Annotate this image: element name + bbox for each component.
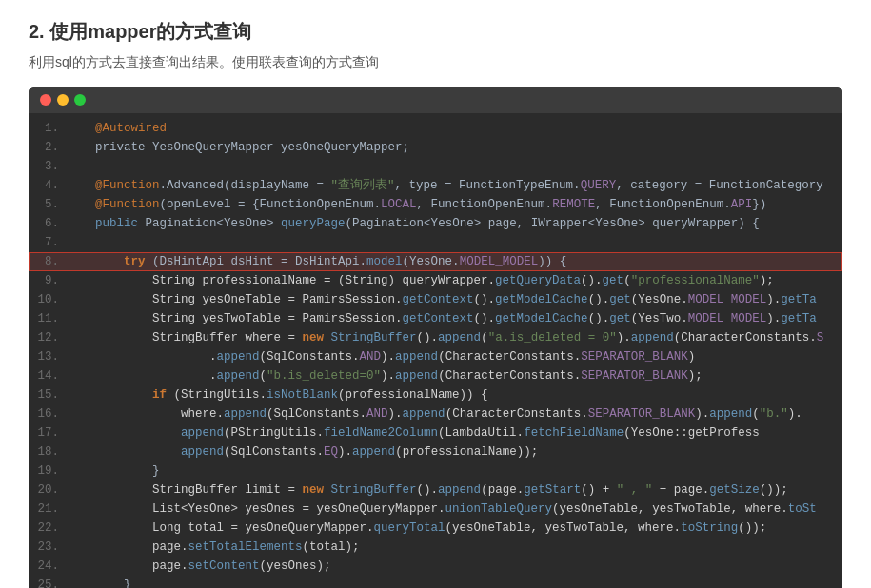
table-row: 14. .append("b.is_deleted=0").append(Cha…	[29, 366, 842, 385]
line-number: 11.	[29, 309, 63, 328]
code-title-bar	[29, 87, 842, 113]
table-row: 10. String yesOneTable = PamirsSession.g…	[29, 290, 842, 309]
dot-red	[40, 94, 51, 106]
line-code: Long total = yesOneQueryMapper.queryTota…	[63, 519, 842, 538]
line-code: String yesOneTable = PamirsSession.getCo…	[63, 290, 842, 309]
line-code: public Pagination<YesOne> queryPage(Pagi…	[63, 214, 842, 233]
line-code: append(PStringUtils.fieldName2Column(Lam…	[63, 423, 842, 442]
line-code: List<YesOne> yesOnes = yesOneQueryMapper…	[63, 500, 842, 519]
dot-green	[74, 94, 86, 106]
table-row: 5. @Function(openLevel = {FunctionOpenEn…	[29, 195, 842, 214]
line-code: }	[63, 576, 842, 588]
table-row: 12. StringBuffer where = new StringBuffe…	[29, 328, 842, 347]
line-number: 21.	[29, 500, 63, 519]
line-number: 23.	[29, 538, 63, 557]
line-number: 2.	[29, 138, 63, 157]
page-wrapper: 2. 使用mapper的方式查询 利用sql的方式去直接查询出结果。使用联表查询…	[0, 0, 871, 588]
line-code: append(SqlConstants.EQ).append(professio…	[63, 442, 842, 461]
table-row: 22. Long total = yesOneQueryMapper.query…	[29, 519, 842, 538]
line-code: @Function.Advanced(displayName = "查询列表",…	[63, 176, 842, 195]
line-code	[63, 233, 842, 252]
table-row: 13. .append(SqlConstants.AND).append(Cha…	[29, 347, 842, 366]
line-number: 14.	[29, 366, 63, 385]
table-row: 19. }	[29, 461, 842, 480]
line-number: 5.	[29, 195, 63, 214]
table-row: 11. String yesTwoTable = PamirsSession.g…	[29, 309, 842, 328]
line-number: 17.	[29, 423, 63, 442]
line-code: @Autowired	[63, 119, 842, 138]
line-code: String professionalName = (String) query…	[63, 271, 842, 290]
line-code: if (StringUtils.isNotBlank(professionalN…	[63, 385, 842, 404]
line-number: 16.	[29, 404, 63, 423]
line-number: 20.	[29, 480, 63, 500]
line-code: .append(SqlConstants.AND).append(Charact…	[63, 347, 842, 366]
line-code: @Function(openLevel = {FunctionOpenEnum.…	[63, 195, 842, 214]
line-number: 7.	[29, 233, 63, 252]
table-row: 9. String professionalName = (String) qu…	[29, 271, 842, 290]
line-number: 8.	[29, 252, 63, 271]
line-code: }	[63, 461, 842, 480]
line-code: private YesOneQueryMapper yesOneQueryMap…	[63, 138, 842, 157]
table-row: 15. if (StringUtils.isNotBlank(professio…	[29, 385, 842, 404]
line-number: 22.	[29, 519, 63, 538]
line-number: 12.	[29, 328, 63, 347]
line-code: StringBuffer where = new StringBuffer().…	[63, 328, 842, 347]
table-row: 25. }	[29, 576, 842, 588]
line-number: 13.	[29, 347, 63, 366]
table-row: 23. page.setTotalElements(total);	[29, 538, 842, 557]
line-number: 1.	[29, 119, 63, 138]
line-number: 4.	[29, 176, 63, 195]
table-row: 4. @Function.Advanced(displayName = "查询列…	[29, 176, 842, 195]
line-number: 6.	[29, 214, 63, 233]
section-title: 2. 使用mapper的方式查询	[29, 19, 842, 45]
line-number: 19.	[29, 461, 63, 480]
dot-yellow	[57, 94, 69, 106]
line-code: try (DsHintApi dsHint = DsHintApi.model(…	[63, 252, 842, 271]
table-row: 7.	[29, 233, 842, 252]
table-row: 2. private YesOneQueryMapper yesOneQuery…	[29, 138, 842, 157]
code-area[interactable]: 1. @Autowired2. private YesOneQueryMappe…	[29, 113, 842, 588]
table-row: 17. append(PStringUtils.fieldName2Column…	[29, 423, 842, 442]
line-code: String yesTwoTable = PamirsSession.getCo…	[63, 309, 842, 328]
table-row: 3.	[29, 157, 842, 176]
table-row: 16. where.append(SqlConstants.AND).appen…	[29, 404, 842, 423]
table-row: 6. public Pagination<YesOne> queryPage(P…	[29, 214, 842, 233]
section-desc: 利用sql的方式去直接查询出结果。使用联表查询的方式查询	[29, 54, 842, 71]
code-block: 1. @Autowired2. private YesOneQueryMappe…	[29, 87, 842, 588]
line-code: StringBuffer limit = new StringBuffer().…	[63, 480, 842, 500]
line-number: 24.	[29, 557, 63, 576]
table-row: 1. @Autowired	[29, 119, 842, 138]
table-row: 21. List<YesOne> yesOnes = yesOneQueryMa…	[29, 500, 842, 519]
line-number: 9.	[29, 271, 63, 290]
table-row: 24. page.setContent(yesOnes);	[29, 557, 842, 576]
line-code	[63, 157, 842, 176]
code-table: 1. @Autowired2. private YesOneQueryMappe…	[29, 119, 842, 588]
line-number: 25.	[29, 576, 63, 588]
line-code: page.setTotalElements(total);	[63, 538, 842, 557]
table-row: 8. try (DsHintApi dsHint = DsHintApi.mod…	[29, 252, 842, 271]
line-code: page.setContent(yesOnes);	[63, 557, 842, 576]
line-code: .append("b.is_deleted=0").append(Charact…	[63, 366, 842, 385]
line-code: where.append(SqlConstants.AND).append(Ch…	[63, 404, 842, 423]
line-number: 3.	[29, 157, 63, 176]
line-number: 10.	[29, 290, 63, 309]
table-row: 20. StringBuffer limit = new StringBuffe…	[29, 480, 842, 500]
table-row: 18. append(SqlConstants.EQ).append(profe…	[29, 442, 842, 461]
line-number: 15.	[29, 385, 63, 404]
line-number: 18.	[29, 442, 63, 461]
